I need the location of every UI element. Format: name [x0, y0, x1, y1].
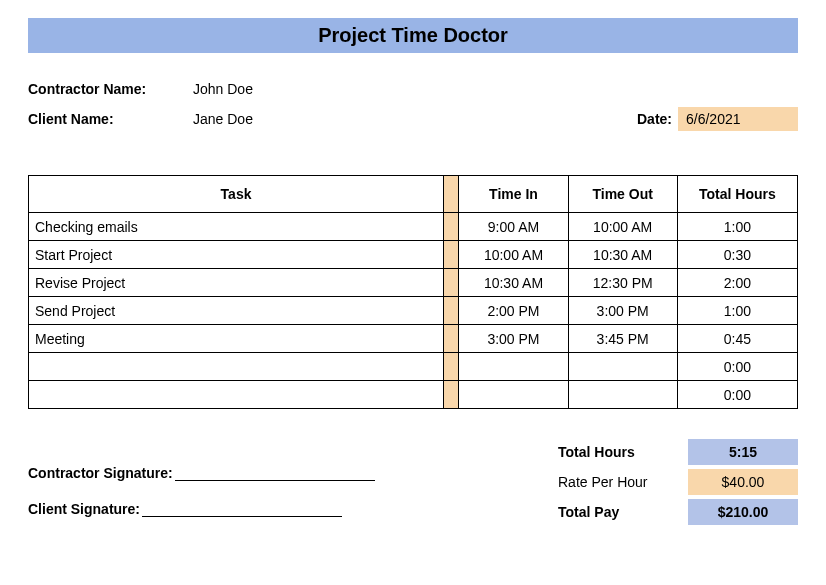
separator-cell — [444, 269, 459, 297]
header-total-hours: Total Hours — [677, 176, 797, 213]
time-in-cell: 10:00 AM — [459, 241, 568, 269]
time-in-cell: 2:00 PM — [459, 297, 568, 325]
table-row: 0:00 — [29, 381, 798, 409]
header-separator — [444, 176, 459, 213]
client-signature-label: Client Signature: — [28, 501, 140, 517]
total-hours-cell: 1:00 — [677, 213, 797, 241]
separator-cell — [444, 297, 459, 325]
table-row: Send Project2:00 PM3:00 PM1:00 — [29, 297, 798, 325]
client-row: Client Name: Jane Doe Date: 6/6/2021 — [28, 107, 798, 131]
contractor-row: Contractor Name: John Doe — [28, 81, 798, 97]
total-hours-cell: 0:45 — [677, 325, 797, 353]
time-in-cell: 10:30 AM — [459, 269, 568, 297]
total-hours-cell: 1:00 — [677, 297, 797, 325]
time-in-cell — [459, 353, 568, 381]
time-out-cell: 3:00 PM — [568, 297, 677, 325]
client-label: Client Name: — [28, 111, 193, 127]
summary-total-pay-row: Total Pay $210.00 — [548, 497, 798, 527]
contractor-signature-label: Contractor Signature: — [28, 465, 173, 481]
table-header-row: Task Time In Time Out Total Hours — [29, 176, 798, 213]
task-cell: Checking emails — [29, 213, 444, 241]
time-out-cell — [568, 353, 677, 381]
date-label: Date: — [637, 111, 678, 127]
client-name: Jane Doe — [193, 111, 637, 127]
header-task: Task — [29, 176, 444, 213]
time-out-cell: 10:00 AM — [568, 213, 677, 241]
task-cell: Meeting — [29, 325, 444, 353]
header-time-out: Time Out — [568, 176, 677, 213]
separator-cell — [444, 213, 459, 241]
table-row: Start Project10:00 AM10:30 AM0:30 — [29, 241, 798, 269]
page-title: Project Time Doctor — [28, 18, 798, 53]
separator-cell — [444, 381, 459, 409]
time-out-cell: 3:45 PM — [568, 325, 677, 353]
table-row: Checking emails9:00 AM10:00 AM1:00 — [29, 213, 798, 241]
task-cell — [29, 353, 444, 381]
time-in-cell: 9:00 AM — [459, 213, 568, 241]
separator-cell — [444, 353, 459, 381]
tasks-table: Task Time In Time Out Total Hours Checki… — [28, 175, 798, 409]
time-out-cell: 10:30 AM — [568, 241, 677, 269]
contractor-signature-line[interactable] — [175, 463, 375, 481]
total-hours-cell: 0:30 — [677, 241, 797, 269]
total-hours-cell: 2:00 — [677, 269, 797, 297]
client-signature-row: Client Signature: — [28, 499, 548, 517]
summary-rate-value: $40.00 — [688, 469, 798, 495]
client-signature-line[interactable] — [142, 499, 342, 517]
summary-rate-label: Rate Per Hour — [548, 474, 688, 490]
task-cell: Start Project — [29, 241, 444, 269]
separator-cell — [444, 241, 459, 269]
contractor-signature-row: Contractor Signature: — [28, 463, 548, 481]
time-in-cell — [459, 381, 568, 409]
summary-rate-row: Rate Per Hour $40.00 — [548, 467, 798, 497]
table-row: Meeting3:00 PM3:45 PM0:45 — [29, 325, 798, 353]
summary-total-hours-label: Total Hours — [548, 444, 688, 460]
table-row: 0:00 — [29, 353, 798, 381]
header-time-in: Time In — [459, 176, 568, 213]
task-cell: Send Project — [29, 297, 444, 325]
task-cell: Revise Project — [29, 269, 444, 297]
time-in-cell: 3:00 PM — [459, 325, 568, 353]
summary-total-hours-value: 5:15 — [688, 439, 798, 465]
summary-total-pay-label: Total Pay — [548, 504, 688, 520]
signature-block: Contractor Signature: Client Signature: — [28, 437, 548, 535]
date-group: Date: 6/6/2021 — [637, 107, 798, 131]
date-value: 6/6/2021 — [678, 107, 798, 131]
summary-total-hours-row: Total Hours 5:15 — [548, 437, 798, 467]
summary-block: Total Hours 5:15 Rate Per Hour $40.00 To… — [548, 437, 798, 527]
separator-cell — [444, 325, 459, 353]
contractor-label: Contractor Name: — [28, 81, 193, 97]
task-cell — [29, 381, 444, 409]
time-out-cell — [568, 381, 677, 409]
table-row: Revise Project10:30 AM12:30 PM2:00 — [29, 269, 798, 297]
contractor-name: John Doe — [193, 81, 798, 97]
summary-total-pay-value: $210.00 — [688, 499, 798, 525]
total-hours-cell: 0:00 — [677, 381, 797, 409]
time-out-cell: 12:30 PM — [568, 269, 677, 297]
total-hours-cell: 0:00 — [677, 353, 797, 381]
